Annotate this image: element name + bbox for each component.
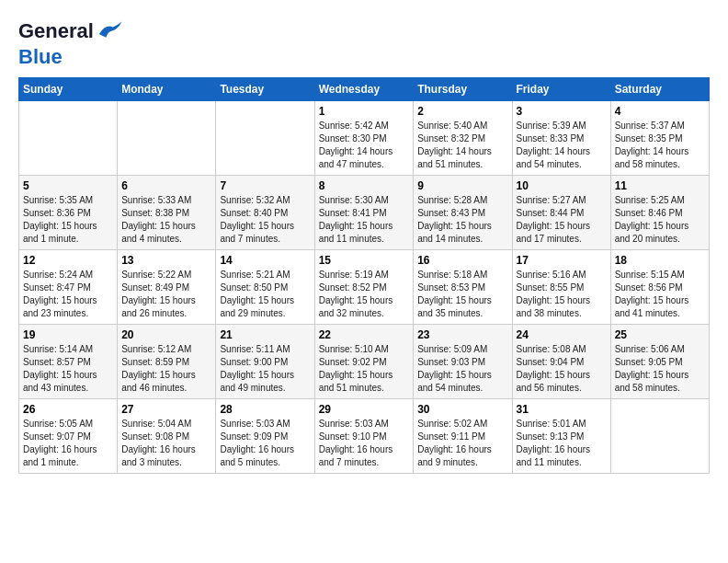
column-header-sunday: Sunday — [19, 78, 118, 101]
day-number: 26 — [23, 403, 113, 416]
day-number: 1 — [319, 105, 410, 118]
calendar-week-row: 12Sunrise: 5:24 AM Sunset: 8:47 PM Dayli… — [19, 250, 710, 325]
day-info: Sunrise: 5:08 AM Sunset: 9:04 PM Dayligh… — [517, 343, 607, 395]
day-info: Sunrise: 5:35 AM Sunset: 8:36 PM Dayligh… — [23, 194, 113, 246]
day-number: 6 — [121, 179, 211, 192]
calendar-cell: 11Sunrise: 5:25 AM Sunset: 8:46 PM Dayli… — [610, 176, 709, 250]
calendar-week-row: 5Sunrise: 5:35 AM Sunset: 8:36 PM Daylig… — [19, 176, 710, 250]
day-number: 10 — [517, 179, 607, 192]
calendar-cell: 26Sunrise: 5:05 AM Sunset: 9:07 PM Dayli… — [19, 399, 118, 474]
day-number: 22 — [319, 328, 410, 341]
calendar-cell: 4Sunrise: 5:37 AM Sunset: 8:35 PM Daylig… — [610, 101, 709, 176]
calendar-cell: 21Sunrise: 5:11 AM Sunset: 9:00 PM Dayli… — [216, 325, 314, 399]
calendar-cell: 9Sunrise: 5:28 AM Sunset: 8:43 PM Daylig… — [414, 176, 512, 250]
day-number: 27 — [121, 403, 211, 416]
calendar-cell: 13Sunrise: 5:22 AM Sunset: 8:49 PM Dayli… — [118, 250, 216, 325]
calendar-cell: 20Sunrise: 5:12 AM Sunset: 8:59 PM Dayli… — [118, 325, 216, 399]
calendar-cell: 17Sunrise: 5:16 AM Sunset: 8:55 PM Dayli… — [512, 250, 610, 325]
day-info: Sunrise: 5:16 AM Sunset: 8:55 PM Dayligh… — [517, 269, 607, 320]
day-info: Sunrise: 5:42 AM Sunset: 8:30 PM Dayligh… — [319, 120, 410, 171]
day-info: Sunrise: 5:40 AM Sunset: 8:32 PM Dayligh… — [417, 120, 507, 171]
calendar-cell: 16Sunrise: 5:18 AM Sunset: 8:53 PM Dayli… — [414, 250, 512, 325]
column-header-wednesday: Wednesday — [314, 78, 414, 101]
day-number: 30 — [417, 403, 507, 416]
day-info: Sunrise: 5:19 AM Sunset: 8:52 PM Dayligh… — [319, 269, 410, 320]
day-number: 19 — [23, 328, 113, 341]
day-number: 18 — [615, 254, 705, 267]
day-info: Sunrise: 5:03 AM Sunset: 9:10 PM Dayligh… — [319, 418, 410, 469]
calendar-cell: 31Sunrise: 5:01 AM Sunset: 9:13 PM Dayli… — [512, 399, 610, 474]
calendar-cell: 30Sunrise: 5:02 AM Sunset: 9:11 PM Dayli… — [414, 399, 512, 474]
day-number: 4 — [615, 105, 705, 118]
day-number: 23 — [417, 328, 507, 341]
day-number: 31 — [517, 403, 607, 416]
calendar-cell: 10Sunrise: 5:27 AM Sunset: 8:44 PM Dayli… — [512, 176, 610, 250]
logo: General Blue — [18, 18, 123, 68]
column-header-thursday: Thursday — [414, 78, 512, 101]
calendar-cell: 8Sunrise: 5:30 AM Sunset: 8:41 PM Daylig… — [314, 176, 414, 250]
day-number: 25 — [615, 328, 705, 341]
day-info: Sunrise: 5:22 AM Sunset: 8:49 PM Dayligh… — [121, 269, 211, 320]
calendar-cell: 24Sunrise: 5:08 AM Sunset: 9:04 PM Dayli… — [512, 325, 610, 399]
day-info: Sunrise: 5:21 AM Sunset: 8:50 PM Dayligh… — [220, 269, 310, 320]
day-number: 21 — [220, 328, 310, 341]
column-header-saturday: Saturday — [610, 78, 709, 101]
day-info: Sunrise: 5:28 AM Sunset: 8:43 PM Dayligh… — [417, 194, 507, 246]
day-info: Sunrise: 5:39 AM Sunset: 8:33 PM Dayligh… — [517, 120, 607, 171]
calendar-cell: 19Sunrise: 5:14 AM Sunset: 8:57 PM Dayli… — [19, 325, 118, 399]
day-number: 3 — [517, 105, 607, 118]
day-number: 15 — [319, 254, 410, 267]
calendar-week-row: 19Sunrise: 5:14 AM Sunset: 8:57 PM Dayli… — [19, 325, 710, 399]
calendar-cell: 1Sunrise: 5:42 AM Sunset: 8:30 PM Daylig… — [314, 101, 414, 176]
calendar-header-row: SundayMondayTuesdayWednesdayThursdayFrid… — [19, 78, 710, 101]
calendar-cell: 5Sunrise: 5:35 AM Sunset: 8:36 PM Daylig… — [19, 176, 118, 250]
day-number: 17 — [517, 254, 607, 267]
day-number: 9 — [417, 179, 507, 192]
day-number: 28 — [220, 403, 310, 416]
calendar-cell: 14Sunrise: 5:21 AM Sunset: 8:50 PM Dayli… — [216, 250, 314, 325]
calendar-cell: 3Sunrise: 5:39 AM Sunset: 8:33 PM Daylig… — [512, 101, 610, 176]
calendar-cell: 15Sunrise: 5:19 AM Sunset: 8:52 PM Dayli… — [314, 250, 414, 325]
day-info: Sunrise: 5:12 AM Sunset: 8:59 PM Dayligh… — [121, 343, 211, 395]
day-number: 8 — [319, 179, 410, 192]
calendar-cell — [19, 101, 118, 176]
calendar-cell: 12Sunrise: 5:24 AM Sunset: 8:47 PM Dayli… — [19, 250, 118, 325]
calendar-week-row: 26Sunrise: 5:05 AM Sunset: 9:07 PM Dayli… — [19, 399, 710, 474]
day-number: 12 — [23, 254, 113, 267]
day-info: Sunrise: 5:01 AM Sunset: 9:13 PM Dayligh… — [517, 418, 607, 469]
day-info: Sunrise: 5:24 AM Sunset: 8:47 PM Dayligh… — [23, 269, 113, 320]
calendar-cell: 22Sunrise: 5:10 AM Sunset: 9:02 PM Dayli… — [314, 325, 414, 399]
day-info: Sunrise: 5:25 AM Sunset: 8:46 PM Dayligh… — [615, 194, 705, 246]
day-info: Sunrise: 5:11 AM Sunset: 9:00 PM Dayligh… — [220, 343, 310, 395]
day-number: 20 — [121, 328, 211, 341]
page-header: General Blue — [18, 18, 710, 68]
day-number: 16 — [417, 254, 507, 267]
day-info: Sunrise: 5:14 AM Sunset: 8:57 PM Dayligh… — [23, 343, 113, 395]
calendar-cell — [118, 101, 216, 176]
day-info: Sunrise: 5:06 AM Sunset: 9:05 PM Dayligh… — [615, 343, 705, 395]
day-number: 14 — [220, 254, 310, 267]
day-number: 13 — [121, 254, 211, 267]
calendar-cell — [610, 399, 709, 474]
day-info: Sunrise: 5:03 AM Sunset: 9:09 PM Dayligh… — [220, 418, 310, 469]
day-info: Sunrise: 5:04 AM Sunset: 9:08 PM Dayligh… — [121, 418, 211, 469]
day-info: Sunrise: 5:30 AM Sunset: 8:41 PM Dayligh… — [319, 194, 410, 246]
column-header-monday: Monday — [118, 78, 216, 101]
day-number: 7 — [220, 179, 310, 192]
calendar-cell: 2Sunrise: 5:40 AM Sunset: 8:32 PM Daylig… — [414, 101, 512, 176]
calendar-cell: 18Sunrise: 5:15 AM Sunset: 8:56 PM Dayli… — [610, 250, 709, 325]
day-info: Sunrise: 5:27 AM Sunset: 8:44 PM Dayligh… — [517, 194, 607, 246]
day-info: Sunrise: 5:32 AM Sunset: 8:40 PM Dayligh… — [220, 194, 310, 246]
day-info: Sunrise: 5:15 AM Sunset: 8:56 PM Dayligh… — [615, 269, 705, 320]
day-info: Sunrise: 5:37 AM Sunset: 8:35 PM Dayligh… — [615, 120, 705, 171]
day-number: 29 — [319, 403, 410, 416]
calendar-cell: 7Sunrise: 5:32 AM Sunset: 8:40 PM Daylig… — [216, 176, 314, 250]
day-number: 2 — [417, 105, 507, 118]
column-header-tuesday: Tuesday — [216, 78, 314, 101]
calendar-cell: 23Sunrise: 5:09 AM Sunset: 9:03 PM Dayli… — [414, 325, 512, 399]
calendar-cell: 29Sunrise: 5:03 AM Sunset: 9:10 PM Dayli… — [314, 399, 414, 474]
calendar-cell: 27Sunrise: 5:04 AM Sunset: 9:08 PM Dayli… — [118, 399, 216, 474]
calendar-table: SundayMondayTuesdayWednesdayThursdayFrid… — [18, 77, 710, 474]
calendar-week-row: 1Sunrise: 5:42 AM Sunset: 8:30 PM Daylig… — [19, 101, 710, 176]
day-info: Sunrise: 5:05 AM Sunset: 9:07 PM Dayligh… — [23, 418, 113, 469]
